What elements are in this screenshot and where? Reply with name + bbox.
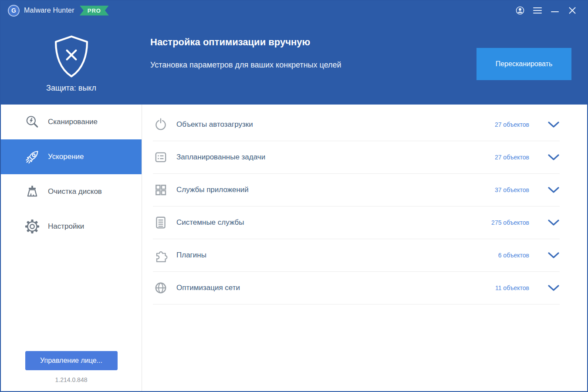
page-title: Настройка оптимизации вручную	[150, 37, 474, 48]
row-object-count: 27 объектов	[495, 154, 529, 161]
broom-icon	[24, 183, 41, 200]
protection-panel: Защита: выкл	[1, 20, 142, 105]
row-object-count: 37 объектов	[495, 186, 529, 193]
sidebar-bottom: Управление лице... 1.214.0.848	[1, 351, 142, 383]
license-management-button[interactable]: Управление лице...	[25, 351, 118, 370]
chevron-down-icon[interactable]	[547, 186, 560, 194]
sidebar-item-scan[interactable]: Сканирование	[1, 105, 142, 139]
globe-icon	[153, 280, 169, 296]
app-grid-icon	[153, 182, 169, 198]
optimization-row[interactable]: Службы приложений 37 объектов	[153, 174, 560, 206]
chevron-down-icon[interactable]	[547, 284, 560, 292]
power-icon	[153, 117, 169, 132]
sidebar: Сканирование Ускорение Очистка дисков	[1, 105, 142, 391]
close-icon[interactable]	[564, 3, 580, 17]
gear-icon	[24, 218, 41, 235]
header-main: Настройка оптимизации вручную Установка …	[142, 20, 587, 105]
row-label: Системные службы	[176, 218, 491, 227]
protection-status: Защита: выкл	[46, 84, 96, 93]
app-window: G Malware Hunter PRO	[0, 0, 588, 392]
app-title: Malware Hunter	[24, 7, 74, 14]
rocket-icon	[24, 148, 41, 166]
row-label: Плагины	[176, 251, 498, 260]
chevron-down-icon[interactable]	[547, 121, 560, 128]
sidebar-item-settings[interactable]: Настройки	[1, 209, 142, 244]
sidebar-item-label: Сканирование	[48, 118, 98, 126]
row-object-count: 11 объектов	[495, 284, 529, 291]
optimization-row[interactable]: Объекты автозагрузки 27 объектов	[153, 108, 560, 141]
rescan-button[interactable]: Пересканировать	[476, 48, 571, 80]
optimization-list: Объекты автозагрузки 27 объектов Заплани…	[142, 105, 587, 391]
row-label: Оптимизация сети	[176, 284, 495, 292]
optimization-row[interactable]: Оптимизация сети 11 объектов	[153, 272, 560, 304]
sidebar-item-label: Очистка дисков	[48, 187, 102, 196]
header: Защита: выкл Настройка оптимизации вручн…	[1, 20, 587, 105]
menu-icon[interactable]	[530, 3, 545, 17]
app-logo-icon: G	[8, 5, 20, 17]
optimization-row[interactable]: Запланированные задачи 27 объектов	[153, 141, 560, 174]
scan-icon	[24, 113, 41, 131]
app-body: Сканирование Ускорение Очистка дисков	[1, 105, 587, 391]
pro-badge: PRO	[80, 6, 109, 16]
row-object-count: 6 объектов	[498, 252, 529, 259]
puzzle-icon	[153, 247, 169, 263]
shield-off-icon	[51, 34, 92, 79]
document-icon	[153, 215, 169, 230]
titlebar: G Malware Hunter PRO	[1, 1, 587, 20]
sidebar-item-label: Настройки	[48, 222, 84, 231]
account-icon[interactable]	[512, 3, 528, 17]
chevron-down-icon[interactable]	[547, 153, 560, 161]
optimization-row[interactable]: Системные службы 275 объектов	[153, 206, 560, 239]
sidebar-nav: Сканирование Ускорение Очистка дисков	[1, 105, 142, 244]
task-list-icon	[153, 149, 169, 165]
row-object-count: 275 объектов	[491, 219, 529, 226]
minimize-icon[interactable]	[547, 3, 563, 17]
sidebar-item-label: Ускорение	[48, 152, 84, 161]
sidebar-item-boost[interactable]: Ускорение	[1, 139, 142, 174]
row-label: Объекты автозагрузки	[176, 120, 495, 129]
chevron-down-icon[interactable]	[547, 251, 560, 259]
row-label: Службы приложений	[176, 186, 495, 194]
version-label: 1.214.0.848	[1, 376, 142, 383]
row-object-count: 27 объектов	[495, 121, 529, 128]
row-label: Запланированные задачи	[176, 153, 495, 162]
optimization-row[interactable]: Плагины 6 объектов	[153, 239, 560, 272]
chevron-down-icon[interactable]	[547, 219, 560, 226]
sidebar-item-cleanup[interactable]: Очистка дисков	[1, 174, 142, 209]
page-subtitle: Установка параметров для ваших конкретны…	[150, 61, 474, 70]
